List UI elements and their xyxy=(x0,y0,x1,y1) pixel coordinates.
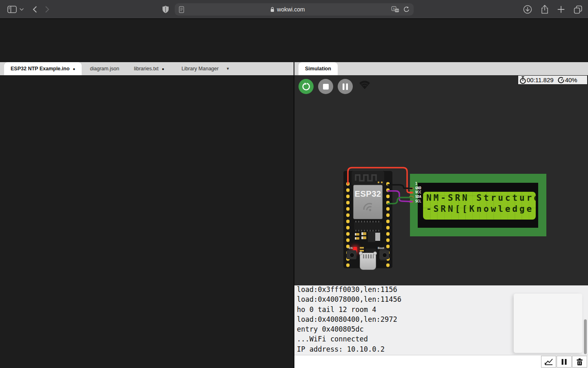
svg-text:A: A xyxy=(393,7,395,11)
browser-toolbar: wokwi.com A xyxy=(0,0,588,19)
tab-overview-button[interactable] xyxy=(574,5,582,14)
back-button[interactable] xyxy=(33,6,37,13)
downloads-button[interactable] xyxy=(523,5,532,14)
tab-label: libraries.txt xyxy=(134,66,158,72)
serial-toolbar xyxy=(541,356,587,368)
wire-vcc[interactable] xyxy=(348,168,412,193)
serial-scrollbar[interactable] xyxy=(584,319,587,354)
sidebar-icon xyxy=(7,6,17,13)
wiring-layer xyxy=(294,75,588,285)
tab-simulation[interactable]: Simulation xyxy=(298,62,338,75)
plotter-button[interactable] xyxy=(541,356,556,368)
trash-icon xyxy=(576,358,583,366)
code-editor[interactable] xyxy=(0,75,294,368)
nav-controls xyxy=(7,0,49,19)
reader-view-button[interactable] xyxy=(179,6,184,13)
unsaved-dot-icon: ● xyxy=(73,67,75,71)
tab-diagram-json[interactable]: diagram.json xyxy=(83,62,126,75)
tab-library-manager[interactable]: Library Manager ▼ xyxy=(175,62,236,75)
tab-sketch-file[interactable]: ESP32 NTP Example.ino ● xyxy=(4,62,82,75)
translate-button[interactable]: A xyxy=(391,6,399,13)
tab-label: diagram.json xyxy=(90,66,119,72)
translate-icon: A xyxy=(391,6,399,13)
forward-button[interactable] xyxy=(45,6,49,13)
forward-chevron-icon xyxy=(45,6,49,13)
lock-icon xyxy=(270,7,274,12)
tab-libraries-txt[interactable]: libraries.txt ● xyxy=(127,62,171,75)
reload-icon xyxy=(403,6,410,13)
clear-serial-button[interactable] xyxy=(572,356,587,368)
simulation-canvas[interactable]: 00:11.829 40% ESP32 xyxy=(294,75,588,285)
serial-line: load:0x3fff0030,len:1156 xyxy=(294,285,588,294)
serial-input-row[interactable] xyxy=(294,355,588,368)
chevron-down-icon xyxy=(20,8,24,11)
dropdown-arrow-icon: ▼ xyxy=(226,67,229,71)
chart-icon xyxy=(544,358,553,366)
simulation-tab-bar: Simulation xyxy=(294,62,588,75)
address-bar[interactable]: wokwi.com A xyxy=(175,3,414,16)
download-icon xyxy=(523,5,532,14)
page-header xyxy=(0,19,588,62)
screen: wokwi.com A xyxy=(0,0,588,368)
toolbar-actions xyxy=(523,0,582,19)
pause-icon xyxy=(561,359,567,365)
plus-icon xyxy=(557,6,565,13)
new-tab-button[interactable] xyxy=(557,6,565,13)
sidebar-toggle-button[interactable] xyxy=(7,6,17,13)
privacy-shield-icon[interactable] xyxy=(162,5,169,13)
tab-label: Simulation xyxy=(305,66,331,72)
shield-icon xyxy=(162,5,169,13)
wire-gnd[interactable] xyxy=(388,185,412,188)
share-button[interactable] xyxy=(541,5,548,14)
pause-serial-button[interactable] xyxy=(557,356,572,368)
reader-icon xyxy=(179,6,184,13)
unsaved-dot-icon: ● xyxy=(162,67,164,71)
tabs-icon xyxy=(574,5,582,14)
url-display: wokwi.com xyxy=(184,6,391,13)
editor-tab-bar: ESP32 NTP Example.ino ● diagram.json lib… xyxy=(0,62,294,75)
serial-monitor[interactable]: load:0x3fff0030,len:1156 load:0x40078000… xyxy=(294,285,588,355)
reload-button[interactable] xyxy=(403,6,410,13)
tab-label: ESP32 NTP Example.ino xyxy=(11,66,69,72)
sidebar-dropdown-button[interactable] xyxy=(20,8,24,11)
floating-panel xyxy=(514,294,582,353)
url-text: wokwi.com xyxy=(277,6,305,13)
share-icon xyxy=(541,5,548,14)
back-chevron-icon xyxy=(33,6,37,13)
tab-label: Library Manager xyxy=(181,66,218,72)
